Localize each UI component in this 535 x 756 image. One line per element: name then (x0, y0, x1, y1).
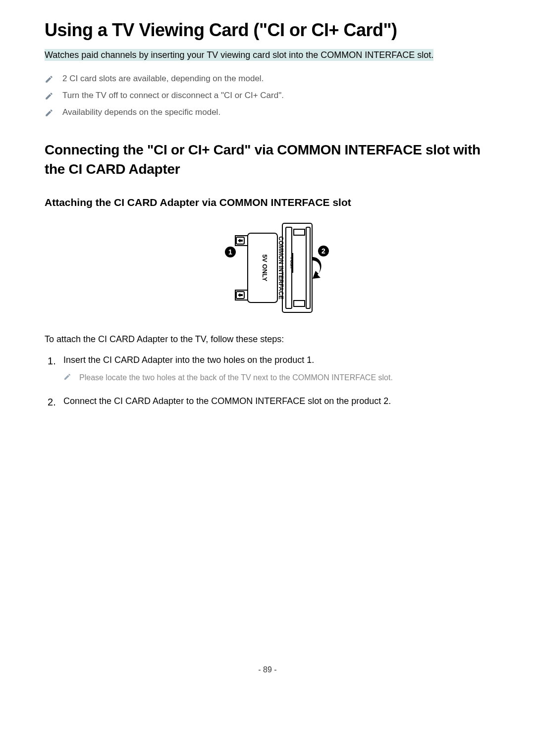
svg-text:COMMON INTERFACE: COMMON INTERFACE (277, 237, 284, 300)
diagram-container: 1 2 5V ONLY COMMON INTERFACE PUSH (45, 218, 490, 319)
step-item: Connect the CI CARD Adapter to the COMMO… (45, 395, 490, 408)
note-text: Turn the TV off to connect or disconnect… (62, 91, 490, 101)
subtitle-highlight-wrap: Watches paid channels by inserting your … (45, 49, 490, 62)
note-row: 2 CI card slots are available, depending… (45, 74, 490, 84)
pencil-icon (63, 373, 71, 381)
notes-block: 2 CI card slots are available, depending… (45, 74, 490, 117)
svg-text:1: 1 (228, 248, 232, 256)
note-text: 2 CI card slots are available, depending… (62, 74, 490, 84)
note-text: Availability depends on the specific mod… (62, 107, 490, 117)
document-page: Using a TV Viewing Card ("CI or CI+ Card… (0, 0, 535, 694)
page-number: - 89 - (45, 665, 490, 674)
svg-text:5V ONLY: 5V ONLY (261, 254, 268, 282)
step-text: Insert the CI CARD Adapter into the two … (63, 355, 314, 365)
pencil-icon (45, 75, 54, 84)
step-subnote: Please locate the two holes at the back … (63, 372, 490, 384)
page-title: Using a TV Viewing Card ("CI or CI+ Card… (45, 20, 490, 41)
steps-intro: To attach the CI CARD Adapter to the TV,… (45, 334, 490, 345)
step-item: Insert the CI CARD Adapter into the two … (45, 353, 490, 384)
pencil-icon (45, 92, 54, 101)
step-subnote-text: Please locate the two holes at the back … (79, 372, 393, 384)
svg-text:PUSH: PUSH (289, 257, 294, 268)
note-row: Availability depends on the specific mod… (45, 107, 490, 117)
steps-list: Insert the CI CARD Adapter into the two … (45, 353, 490, 408)
pencil-icon (45, 108, 54, 117)
svg-rect-2 (306, 227, 310, 308)
subsection-heading: Attaching the CI CARD Adapter via COMMON… (45, 197, 490, 208)
step-text: Connect the CI CARD Adapter to the COMMO… (63, 396, 391, 406)
svg-rect-3 (294, 229, 305, 235)
svg-text:2: 2 (321, 247, 325, 255)
ci-card-diagram: 1 2 5V ONLY COMMON INTERFACE PUSH (201, 218, 334, 317)
svg-rect-4 (294, 301, 305, 306)
svg-rect-0 (282, 223, 312, 312)
section-heading: Connecting the "CI or CI+ Card" via COMM… (45, 140, 490, 179)
note-row: Turn the TV off to connect or disconnect… (45, 91, 490, 101)
subtitle-highlight: Watches paid channels by inserting your … (45, 49, 433, 61)
